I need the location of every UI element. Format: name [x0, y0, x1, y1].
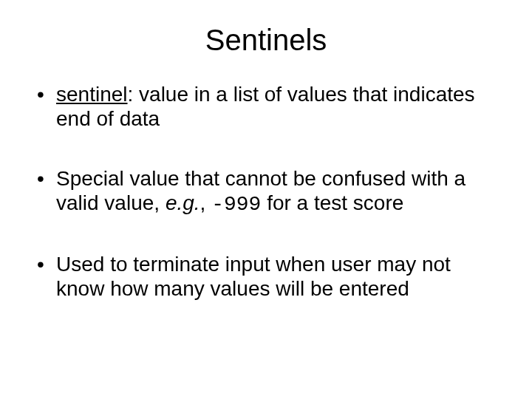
bullet-2-text-b: , [200, 191, 212, 214]
eg-abbrev: e.g. [166, 191, 200, 214]
bullet-3: Used to terminate input when user may no… [34, 252, 498, 301]
bullet-2: Special value that cannot be confused wi… [34, 166, 498, 216]
bullet-2-text-c: for a test score [261, 191, 403, 214]
bullet-3-text: Used to terminate input when user may no… [56, 253, 451, 300]
bullet-1: sentinel: value in a list of values that… [34, 82, 498, 131]
term-sentinel: sentinel [56, 83, 128, 106]
code-literal: -999 [211, 193, 261, 216]
slide: Sentinels sentinel: value in a list of v… [0, 0, 532, 399]
bullet-list: sentinel: value in a list of values that… [34, 82, 498, 301]
slide-title: Sentinels [27, 24, 505, 57]
